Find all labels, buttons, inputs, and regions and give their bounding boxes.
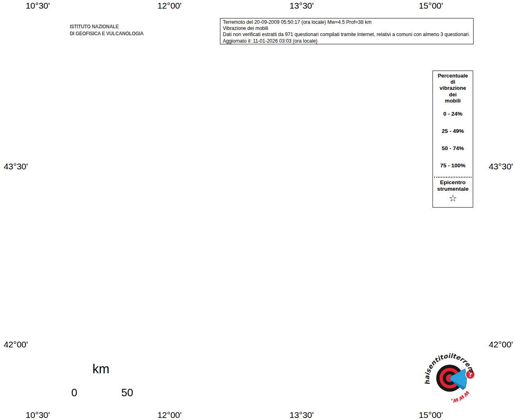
axis-top-1030: 10°30' bbox=[25, 1, 50, 11]
info-line-source: Dati non verificati estratti da 971 ques… bbox=[223, 32, 471, 38]
info-line-effect: Vibrazione dei mobili bbox=[223, 25, 471, 32]
axis-right-4200: 42°00' bbox=[489, 340, 513, 349]
axis-bottom-1500: 15°00' bbox=[419, 410, 443, 420]
legend-title: Percentuale bbox=[433, 73, 473, 79]
watermark-main: haisentitoilterremoto bbox=[0, 0, 476, 386]
axis-bottom-1200: 12°00' bbox=[157, 410, 181, 420]
axis-top-1330: 13°30' bbox=[289, 1, 314, 11]
axis-bottom-1330: 13°30' bbox=[289, 410, 314, 420]
svg-text:www.: www. bbox=[451, 389, 472, 405]
map-page: ? haisentitoilterremoto.it www. 10°30' 1… bbox=[0, 0, 515, 420]
watermark-www: www. bbox=[451, 389, 472, 405]
legend-swatch-25-49: 25 - 49% bbox=[437, 124, 469, 138]
legend-epicenter-label: Epicentro bbox=[433, 179, 473, 186]
axis-right-4330: 43°30' bbox=[489, 162, 513, 171]
epicenter-star-icon: ☆ bbox=[433, 193, 473, 203]
ingv-name-line1: ISTITUTO NAZIONALE bbox=[70, 24, 119, 30]
legend-swatch-50-74: 50 - 74% bbox=[437, 141, 469, 155]
legend-divider bbox=[434, 177, 472, 178]
scale-max-label: 50 bbox=[121, 386, 133, 399]
axis-bottom-1030: 10°30' bbox=[25, 410, 50, 420]
scale-min-label: 0 bbox=[71, 386, 77, 399]
axis-top-1200: 12°00' bbox=[157, 1, 181, 11]
watermark-tld: .it bbox=[0, 0, 2, 2]
earthquake-info-box: Terremoto del 20-09-2009 05:50:17 (ora l… bbox=[220, 18, 474, 44]
info-line-updated: Aggiornato il: 11-01-2026 03:03 (ora loc… bbox=[223, 38, 471, 44]
map-canvas: ? haisentitoilterremoto.it www. bbox=[0, 0, 515, 420]
watermark-text: haisentitoilterremoto.it bbox=[0, 0, 476, 386]
legend-swatch-0-24: 0 - 24% bbox=[437, 107, 469, 121]
scale-unit-label: km bbox=[92, 362, 109, 377]
axis-left-4330: 43°30' bbox=[0, 162, 28, 171]
axis-left-4200: 42°00' bbox=[0, 340, 28, 349]
haisentito-logo: ? haisentitoilterremoto.it www. bbox=[0, 0, 476, 405]
legend-swatch-75-100: 75 - 100% bbox=[437, 158, 469, 173]
legend-box: Percentuale di vibrazione dei mobili 0 -… bbox=[433, 71, 473, 208]
info-line-event: Terremoto del 20-09-2009 05:50:17 (ora l… bbox=[223, 19, 471, 25]
ingv-name-line2: DI GEOFISICA E VULCANOLOGIA bbox=[70, 31, 144, 37]
axis-top-1500: 15°00' bbox=[419, 1, 443, 11]
